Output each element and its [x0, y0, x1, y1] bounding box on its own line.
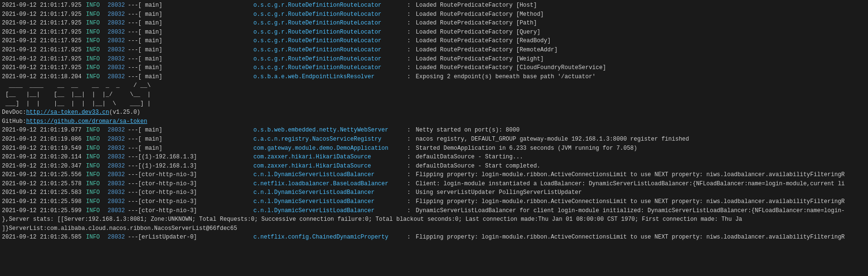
- log-pid: 28032: [108, 180, 128, 189]
- log-separator: ---: [128, 197, 138, 206]
- log-line: 2021-09-12 21:01:20.347 INFO 28032 --- […: [2, 162, 866, 171]
- log-timestamp: 2021-09-12 21:01:25.598: [2, 197, 86, 206]
- log-message: Flipping property: login-module.ribbon.A…: [416, 233, 866, 242]
- log-separator: ---: [128, 72, 138, 82]
- log-separator: ---: [128, 46, 138, 55]
- log-level: INFO: [86, 162, 108, 171]
- devdoc-line: DevDoc: http://sa-token.dev33.cn (v1.25.…: [2, 108, 866, 117]
- log-pid: 28032: [108, 46, 128, 55]
- log-pid: 28032: [108, 233, 128, 242]
- log-timestamp: 2021-09-12 21:01:17.925: [2, 55, 86, 64]
- github-link[interactable]: https://github.com/dromara/sa-token: [26, 117, 147, 126]
- log-message: Using serverListUpdater PollingServerLis…: [416, 188, 866, 197]
- log-colon: :: [407, 162, 416, 171]
- log-pid: 28032: [108, 36, 128, 46]
- log-colon: :: [407, 72, 416, 82]
- log-colon: :: [407, 153, 416, 162]
- log-colon: :: [407, 126, 416, 135]
- log-colon: :: [407, 197, 416, 206]
- log-level: INFO: [86, 10, 108, 19]
- log-timestamp: 2021-09-12 21:01:17.925: [2, 36, 86, 46]
- log-colon: :: [407, 170, 416, 180]
- log-logger: c.a.c.n.registry.NacosServiceRegistry: [254, 135, 407, 144]
- log-separator: ---: [128, 28, 138, 37]
- log-message: Flipping property: login-module.ribbon.A…: [416, 170, 866, 180]
- devdoc-version: (v1.25.0): [109, 108, 140, 117]
- log-message: Loaded RoutePredicateFactory [Query]: [416, 28, 866, 37]
- log-logger: c.n.l.DynamicServerListLoadBalancer: [254, 170, 407, 180]
- log-message: ]}ServerList:com.alibaba.cloud.nacos.rib…: [2, 224, 866, 233]
- log-thread: [ main]: [138, 10, 254, 19]
- log-timestamp: 2021-09-12 21:01:20.347: [2, 162, 86, 171]
- log-colon: :: [407, 188, 416, 197]
- log-level: INFO: [86, 135, 108, 144]
- log-separator: ---: [128, 55, 138, 64]
- log-level: INFO: [86, 233, 108, 242]
- log-pid: 28032: [108, 10, 128, 19]
- devdoc-link[interactable]: http://sa-token.dev33.cn: [26, 108, 109, 117]
- log-level: INFO: [86, 197, 108, 206]
- log-thread: [ main]: [138, 55, 254, 64]
- log-line: 2021-09-12 21:01:25.599 INFO 28032 --- […: [2, 206, 866, 216]
- log-message: Client: login-module instantiated a Load…: [416, 180, 866, 189]
- log-pid: 28032: [108, 126, 128, 135]
- log-separator: ---: [128, 126, 138, 135]
- log-separator: ---: [128, 10, 138, 19]
- log-line: ]}ServerList:com.alibaba.cloud.nacos.rib…: [2, 224, 866, 233]
- log-pid: 28032: [108, 28, 128, 37]
- log-separator: ---: [128, 153, 138, 162]
- log-level: INFO: [86, 63, 108, 72]
- log-timestamp: 2021-09-12 21:01:17.925: [2, 46, 86, 55]
- log-separator: ---: [128, 206, 138, 216]
- log-logger: c.netflix.loadbalancer.BaseLoadBalancer: [254, 180, 407, 189]
- log-logger: o.s.b.a.e.web.EndpointLinksResolver: [254, 72, 407, 82]
- log-pid: 28032: [108, 153, 128, 162]
- log-logger: o.s.c.g.r.RouteDefinitionRouteLocator: [254, 36, 407, 46]
- log-line: 2021-09-12 21:01:17.925 INFO 28032 --- […: [2, 19, 866, 28]
- log-thread: [ main]: [138, 19, 254, 28]
- log-line: 2021-09-12 21:01:25.556 INFO 28032 --- […: [2, 170, 866, 180]
- log-separator: ---: [128, 162, 138, 171]
- log-message: Loaded RoutePredicateFactory [RemoteAddr…: [416, 46, 866, 55]
- log-message: Netty started on port(s): 8000: [416, 126, 866, 135]
- log-timestamp: 2021-09-12 21:01:17.925: [2, 1, 86, 10]
- log-message: Loaded RoutePredicateFactory [CloudFound…: [416, 63, 866, 72]
- log-line: 2021-09-12 21:01:19.549 INFO 28032 --- […: [2, 144, 866, 153]
- log-colon: :: [407, 19, 416, 28]
- log-timestamp: 2021-09-12 21:01:25.583: [2, 188, 86, 197]
- log-line: 2021-09-12 21:01:20.114 INFO 28032 --- […: [2, 153, 866, 162]
- log-thread: [ main]: [138, 1, 254, 10]
- log-message: Started DemoApplication in 6.233 seconds…: [416, 144, 866, 153]
- github-label: GitHub:: [2, 117, 26, 126]
- log-colon: :: [407, 144, 416, 153]
- log-message: Loaded RoutePredicateFactory [ReadBody]: [416, 36, 866, 46]
- log-colon: :: [407, 55, 416, 64]
- log-timestamp: 2021-09-12 21:01:17.925: [2, 19, 86, 28]
- log-colon: :: [407, 28, 416, 37]
- log-pid: 28032: [108, 55, 128, 64]
- log-logger: o.s.c.g.r.RouteDefinitionRouteLocator: [254, 55, 407, 64]
- log-line: 2021-09-12 21:01:25.583 INFO 28032 --- […: [2, 188, 866, 197]
- log-message: defaultDataSource - Starting...: [416, 153, 866, 162]
- log-line: 2021-09-12 21:01:19.077 INFO 28032 --- […: [2, 126, 866, 135]
- log-message: Loaded RoutePredicateFactory [Host]: [416, 1, 866, 10]
- log-level: INFO: [86, 36, 108, 46]
- log-logger: c.netflix.config.ChainedDynamicProperty: [254, 233, 407, 242]
- log-thread: [ main]: [138, 72, 254, 82]
- log-level: INFO: [86, 170, 108, 180]
- log-colon: :: [407, 36, 416, 46]
- log-colon: :: [407, 135, 416, 144]
- log-timestamp: 2021-09-12 21:01:19.077: [2, 126, 86, 135]
- log-colon: :: [407, 46, 416, 55]
- log-logger: com.zaxxer.hikari.HikariDataSource: [254, 162, 407, 171]
- log-pid: 28032: [108, 188, 128, 197]
- log-line: 2021-09-12 21:01:17.925 INFO 28032 --- […: [2, 63, 866, 72]
- log-separator: ---: [128, 180, 138, 189]
- log-timestamp: 2021-09-12 21:01:26.585: [2, 233, 86, 242]
- log-separator: ---: [128, 63, 138, 72]
- log-line: 2021-09-12 21:01:17.925 INFO 28032 --- […: [2, 10, 866, 19]
- ascii-art-banner: ____ ____ __ __ __ _ _ / __\ [__ |__| [_…: [2, 81, 866, 108]
- log-pid: 28032: [108, 144, 128, 153]
- log-timestamp: 2021-09-12 21:01:17.925: [2, 28, 86, 37]
- log-pid: 28032: [108, 1, 128, 10]
